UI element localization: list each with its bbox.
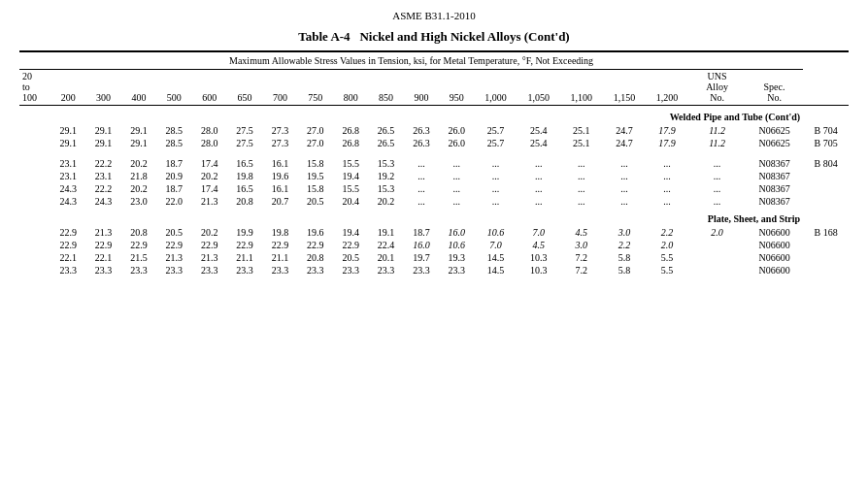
table-row: 22.921.320.820.520.219.919.819.619.419.1… <box>19 226 849 239</box>
cell-value: 10.3 <box>517 264 560 277</box>
cell-value: ... <box>646 195 688 208</box>
cell-value: ... <box>603 170 646 182</box>
cell-value: 23.3 <box>404 264 439 277</box>
cell-value: ... <box>603 182 646 195</box>
cell-value: 21.5 <box>121 251 156 264</box>
cell-first <box>19 157 50 170</box>
cell-value: 22.1 <box>85 251 120 264</box>
cell-value: 26.5 <box>368 124 403 137</box>
cell-first <box>19 124 50 137</box>
cell-value: 28.5 <box>156 124 191 137</box>
cell-value: 16.5 <box>227 157 262 170</box>
col-400: 400 <box>121 70 156 106</box>
cell-value: 27.0 <box>298 137 333 149</box>
uns-header: UNSAlloyNo. <box>688 70 746 106</box>
cell-value: 25.1 <box>560 137 603 149</box>
col-1200: 1,200 <box>646 70 688 106</box>
cell-value: 16.1 <box>262 182 297 195</box>
table-title: Table A-4 Nickel and High Nickel Alloys … <box>19 29 849 45</box>
cell-first <box>19 239 50 251</box>
cell-value: 15.3 <box>368 182 403 195</box>
cell-value: 22.9 <box>298 239 333 251</box>
cell-spec: B 168 <box>803 226 849 239</box>
cell-value: ... <box>475 182 517 195</box>
cell-value: ... <box>439 182 474 195</box>
col-300: 300 <box>85 70 120 106</box>
cell-value: 14.5 <box>475 251 517 264</box>
cell-value: 22.4 <box>368 239 403 251</box>
cell-value: 28.0 <box>192 124 227 137</box>
cell-value: 16.0 <box>439 226 474 239</box>
cell-value: 22.0 <box>156 195 191 208</box>
cell-value: 25.4 <box>517 137 560 149</box>
cell-value: 22.9 <box>227 239 262 251</box>
cell-value: 2.2 <box>646 226 688 239</box>
cell-value: 22.1 <box>50 251 85 264</box>
spacer-row <box>19 149 849 157</box>
cell-value: 20.5 <box>333 251 368 264</box>
cell-value: ... <box>404 182 439 195</box>
col-700: 700 <box>262 70 297 106</box>
col-650: 650 <box>227 70 262 106</box>
table-body: Welded Pipe and Tube (Cont'd)29.129.129.… <box>19 106 849 277</box>
cell-value: 25.4 <box>517 124 560 137</box>
table-row: 24.324.323.022.021.320.820.720.520.420.2… <box>19 195 849 208</box>
cell-value: ... <box>517 182 560 195</box>
cell-value: ... <box>560 170 603 182</box>
cell-value: ... <box>439 170 474 182</box>
cell-spec <box>803 239 849 251</box>
cell-value: 19.5 <box>298 170 333 182</box>
cell-value: 17.9 <box>646 137 688 149</box>
cell-value: ... <box>688 182 746 195</box>
cell-value: 23.3 <box>85 264 120 277</box>
cell-value: 20.8 <box>227 195 262 208</box>
cell-value: 24.3 <box>50 182 85 195</box>
table-row: 29.129.129.128.528.027.527.327.026.826.5… <box>19 124 849 137</box>
cell-value: 7.2 <box>560 264 603 277</box>
col-1000: 1,000 <box>475 70 517 106</box>
cell-value: 23.1 <box>50 170 85 182</box>
cell-value: ... <box>560 182 603 195</box>
cell-value: 22.2 <box>85 157 120 170</box>
cell-value: 15.3 <box>368 157 403 170</box>
cell-value: 21.3 <box>192 195 227 208</box>
cell-value: 27.0 <box>298 124 333 137</box>
cell-uns: N08367 <box>746 170 803 182</box>
cell-value: ... <box>646 157 688 170</box>
cell-value: 23.3 <box>121 264 156 277</box>
cell-value: 29.1 <box>121 137 156 149</box>
cell-value: 19.6 <box>298 226 333 239</box>
table-row: 29.129.129.128.528.027.527.327.026.826.5… <box>19 137 849 149</box>
cell-value: 23.3 <box>262 264 297 277</box>
cell-spec: B 705 <box>803 137 849 149</box>
section-header-2: Plate, Sheet, and Strip <box>19 208 849 226</box>
cell-value: 27.5 <box>227 124 262 137</box>
cell-value: 26.3 <box>404 137 439 149</box>
cell-value: 23.3 <box>333 264 368 277</box>
cell-value: 22.9 <box>333 239 368 251</box>
cell-value: ... <box>688 170 746 182</box>
col-200: 200 <box>50 70 85 106</box>
stress-header: Maximum Allowable Stress Values in Tensi… <box>19 51 803 70</box>
cell-value: 22.9 <box>121 239 156 251</box>
cell-value: 29.1 <box>50 137 85 149</box>
cell-value: 23.1 <box>50 157 85 170</box>
cell-value: 26.5 <box>368 137 403 149</box>
cell-value: 26.3 <box>404 124 439 137</box>
col-900: 900 <box>404 70 439 106</box>
cell-value: 20.2 <box>121 182 156 195</box>
table-row: 23.122.220.218.717.416.516.115.815.515.3… <box>19 157 849 170</box>
section-title-0: Welded Pipe and Tube (Cont'd) <box>19 106 803 125</box>
cell-value: 29.1 <box>85 137 120 149</box>
cell-value: 25.7 <box>475 124 517 137</box>
cell-value: ... <box>517 195 560 208</box>
cell-first <box>19 264 50 277</box>
header-title: ASME B31.1-2010 <box>19 10 849 21</box>
cell-value: ... <box>404 170 439 182</box>
cell-spec: B 704 <box>803 124 849 137</box>
cell-first <box>19 226 50 239</box>
cell-uns: N06625 <box>746 124 803 137</box>
table-row: 23.323.323.323.323.323.323.323.323.323.3… <box>19 264 849 277</box>
cell-value: 20.7 <box>262 195 297 208</box>
cell-value: 15.5 <box>333 157 368 170</box>
